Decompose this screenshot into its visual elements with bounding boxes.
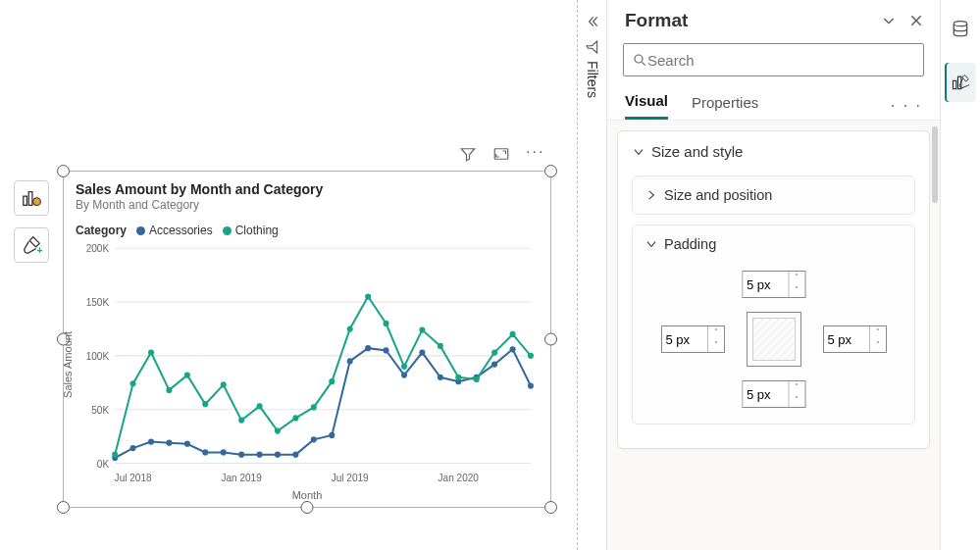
- format-visual-button[interactable]: +: [14, 227, 49, 263]
- card-header-size-style[interactable]: Size and style: [618, 131, 929, 172]
- svg-point-52: [275, 427, 281, 433]
- svg-point-32: [347, 358, 353, 364]
- padding-top-input[interactable]: ˄˅: [742, 271, 805, 298]
- card-title: Size and position: [664, 187, 772, 203]
- x-axis-label: Month: [76, 487, 539, 501]
- resize-handle[interactable]: [57, 501, 70, 514]
- svg-point-30: [311, 436, 317, 442]
- legend-dot: [223, 226, 232, 235]
- tabs-more-icon[interactable]: · · ·: [891, 97, 922, 115]
- build-visual-button[interactable]: [14, 180, 49, 216]
- step-up-icon[interactable]: ˄: [789, 272, 804, 284]
- svg-point-34: [384, 347, 389, 353]
- filter-icon[interactable]: [459, 145, 477, 163]
- report-canvas[interactable]: + ··· Sales Amount by Month and Category…: [0, 0, 577, 550]
- svg-text:Jul 2018: Jul 2018: [115, 473, 152, 483]
- card-header-padding[interactable]: Padding: [633, 225, 914, 263]
- svg-text:150K: 150K: [86, 297, 110, 308]
- padding-left-input[interactable]: ˄˅: [661, 325, 725, 353]
- svg-point-62: [455, 374, 461, 379]
- svg-point-45: [148, 349, 154, 355]
- svg-point-26: [238, 451, 244, 457]
- svg-point-23: [184, 440, 190, 446]
- format-pane-button[interactable]: [945, 63, 976, 102]
- svg-text:+: +: [37, 245, 43, 256]
- tab-properties[interactable]: Properties: [692, 94, 758, 119]
- svg-point-60: [419, 326, 425, 332]
- tab-visual[interactable]: Visual: [625, 92, 668, 120]
- step-down-icon[interactable]: ˅: [789, 284, 804, 297]
- svg-text:Jan 2020: Jan 2020: [438, 473, 480, 483]
- svg-rect-69: [954, 80, 956, 88]
- svg-text:200K: 200K: [86, 243, 110, 254]
- svg-point-35: [401, 372, 407, 377]
- chart-subtitle: By Month and Category: [76, 198, 539, 212]
- chevron-icon: [645, 188, 658, 202]
- svg-text:50K: 50K: [91, 404, 109, 415]
- chart-legend: Category AccessoriesClothing: [76, 224, 539, 238]
- resize-handle[interactable]: [544, 333, 557, 346]
- step-up-icon[interactable]: ˄: [870, 326, 886, 339]
- close-icon[interactable]: [908, 13, 924, 28]
- svg-point-33: [365, 345, 371, 351]
- search-icon: [632, 52, 647, 68]
- line-chart-visual[interactable]: Sales Amount by Month and Category By Mo…: [63, 171, 551, 508]
- svg-point-66: [528, 352, 534, 358]
- padding-right-input[interactable]: ˄˅: [823, 325, 887, 353]
- chevron-down-icon[interactable]: [881, 13, 897, 28]
- legend-dot: [136, 226, 145, 235]
- padding-bottom-input[interactable]: ˄˅: [742, 380, 805, 408]
- svg-point-54: [311, 404, 317, 410]
- search-input[interactable]: [647, 52, 915, 69]
- svg-point-44: [130, 380, 136, 386]
- svg-text:Jan 2019: Jan 2019: [221, 473, 262, 483]
- svg-point-25: [221, 449, 227, 455]
- format-pane-title: Format: [625, 10, 688, 31]
- step-down-icon[interactable]: ˅: [789, 394, 804, 407]
- card-size-and-style: Size and style Size and position Padding: [617, 130, 930, 449]
- legend-title: Category: [76, 224, 127, 237]
- chevron-icon: [645, 237, 658, 251]
- card-size-and-position: Size and position: [632, 175, 915, 215]
- y-axis-label: Sales Amount: [62, 331, 74, 398]
- card-header-size-position[interactable]: Size and position: [633, 176, 914, 214]
- resize-handle[interactable]: [544, 501, 557, 514]
- scrollbar[interactable]: [932, 126, 938, 203]
- svg-point-49: [221, 381, 227, 387]
- svg-point-46: [166, 386, 172, 392]
- resize-handle[interactable]: [57, 165, 70, 177]
- padding-control: ˄˅ ˄˅ ˄˅ ˄˅: [661, 271, 887, 408]
- svg-point-57: [365, 293, 371, 299]
- svg-point-31: [329, 431, 335, 437]
- resize-handle[interactable]: [301, 501, 314, 514]
- padding-preview: [747, 312, 801, 367]
- step-down-icon[interactable]: ˅: [708, 339, 724, 352]
- svg-point-29: [292, 451, 298, 457]
- svg-point-22: [166, 439, 172, 445]
- visual-more-icon[interactable]: ···: [526, 145, 543, 163]
- right-rail: [941, 0, 980, 550]
- svg-text:Jul 2019: Jul 2019: [332, 473, 369, 483]
- card-title: Size and style: [651, 143, 743, 160]
- svg-point-2: [33, 198, 41, 206]
- collapse-left-icon[interactable]: [585, 14, 600, 29]
- filter-icon: [585, 39, 600, 55]
- svg-text:0K: 0K: [97, 458, 109, 469]
- step-up-icon[interactable]: ˄: [789, 381, 804, 394]
- search-box[interactable]: [623, 43, 924, 76]
- svg-point-50: [238, 417, 244, 423]
- svg-point-58: [384, 320, 389, 325]
- svg-point-20: [130, 444, 136, 450]
- svg-point-40: [491, 361, 497, 367]
- resize-handle[interactable]: [544, 165, 557, 177]
- step-down-icon[interactable]: ˅: [870, 339, 886, 352]
- focus-mode-icon[interactable]: [492, 145, 510, 163]
- data-pane-button[interactable]: [945, 10, 976, 49]
- svg-point-68: [954, 22, 966, 26]
- format-pane: Format Visual Properties · · · Size and …: [607, 0, 941, 550]
- legend-series-label: Accessories: [149, 224, 213, 237]
- svg-point-48: [202, 401, 208, 407]
- chevron-icon: [632, 145, 645, 159]
- filters-pane-collapsed[interactable]: Filters: [578, 0, 607, 550]
- step-up-icon[interactable]: ˄: [708, 326, 724, 339]
